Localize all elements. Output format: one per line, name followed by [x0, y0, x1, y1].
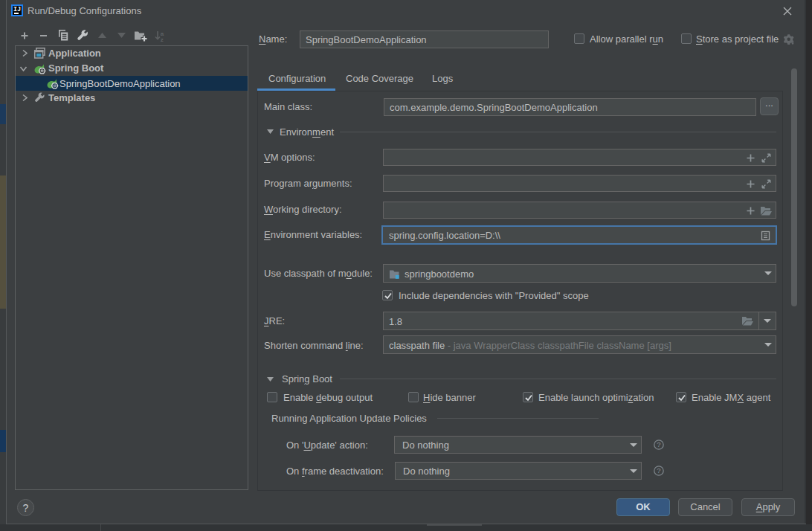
svg-text:?: ?: [657, 466, 660, 474]
svg-text:?: ?: [657, 440, 660, 448]
svg-text:z: z: [161, 36, 164, 42]
svg-text:?: ?: [23, 502, 29, 514]
